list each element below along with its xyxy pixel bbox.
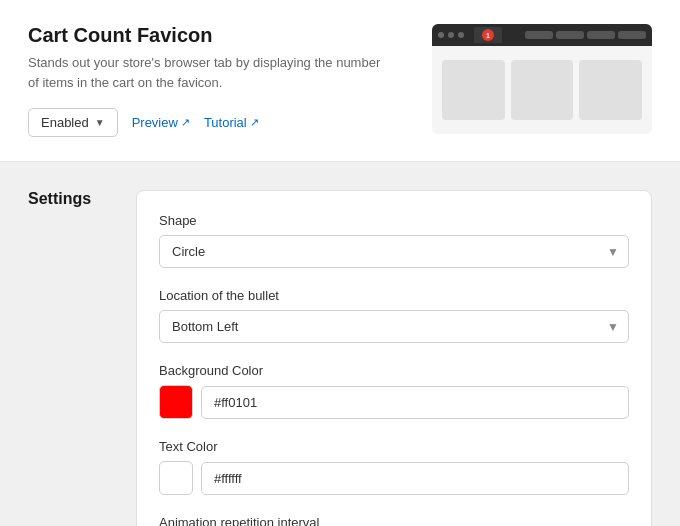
shape-label: Shape	[159, 213, 629, 228]
browser-dot-3	[458, 32, 464, 38]
bg-color-input[interactable]	[201, 386, 629, 419]
action-bar: Enabled ▼ Preview ↗ Tutorial ↗	[28, 108, 388, 137]
preview-block-1	[442, 60, 505, 120]
browser-dot-1	[438, 32, 444, 38]
browser-dot-2	[448, 32, 454, 38]
chevron-down-icon: ▼	[95, 117, 105, 128]
animation-field: Animation repetition interval Never Alwa…	[159, 515, 629, 526]
external-link-icon-2: ↗	[250, 116, 259, 129]
browser-bar: 1	[432, 24, 652, 46]
preview-link[interactable]: Preview ↗	[132, 115, 190, 130]
text-color-row	[159, 461, 629, 495]
top-card-left: Cart Count Favicon Stands out your store…	[28, 24, 388, 137]
external-link-icon: ↗	[181, 116, 190, 129]
bg-color-row	[159, 385, 629, 419]
text-color-label: Text Color	[159, 439, 629, 454]
favicon-badge: 1	[482, 29, 494, 41]
nav-pill-2	[556, 31, 584, 39]
page-title: Cart Count Favicon	[28, 24, 388, 47]
bg-color-label: Background Color	[159, 363, 629, 378]
preview-area: 1	[432, 24, 652, 134]
preview-block-2	[511, 60, 574, 120]
text-color-input[interactable]	[201, 462, 629, 495]
tutorial-label: Tutorial	[204, 115, 247, 130]
animation-label: Animation repetition interval	[159, 515, 629, 526]
preview-block-3	[579, 60, 642, 120]
location-field: Location of the bullet Bottom Left Botto…	[159, 288, 629, 343]
location-select[interactable]: Bottom Left Bottom Right Top Left Top Ri…	[159, 310, 629, 343]
text-color-field: Text Color	[159, 439, 629, 495]
text-color-swatch[interactable]	[159, 461, 193, 495]
settings-sidebar-label: Settings	[28, 190, 108, 208]
bg-color-swatch[interactable]	[159, 385, 193, 419]
bg-color-field: Background Color	[159, 363, 629, 419]
page-description: Stands out your store's browser tab by d…	[28, 53, 388, 92]
location-label: Location of the bullet	[159, 288, 629, 303]
nav-pill-3	[587, 31, 615, 39]
nav-pill-1	[525, 31, 553, 39]
shape-field: Shape Circle Square Rounded Square ▼	[159, 213, 629, 268]
shape-select-wrapper: Circle Square Rounded Square ▼	[159, 235, 629, 268]
preview-content	[432, 50, 652, 130]
preview-label: Preview	[132, 115, 178, 130]
settings-panel: Shape Circle Square Rounded Square ▼ Loc…	[136, 190, 652, 526]
location-select-wrapper: Bottom Left Bottom Right Top Left Top Ri…	[159, 310, 629, 343]
top-card: Cart Count Favicon Stands out your store…	[0, 0, 680, 162]
shape-select[interactable]: Circle Square Rounded Square	[159, 235, 629, 268]
tutorial-link[interactable]: Tutorial ↗	[204, 115, 259, 130]
enabled-label: Enabled	[41, 115, 89, 130]
main-content: Settings Shape Circle Square Rounded Squ…	[0, 162, 680, 526]
nav-pill-4	[618, 31, 646, 39]
nav-pills	[525, 31, 646, 39]
browser-tab: 1	[474, 27, 502, 43]
enabled-button[interactable]: Enabled ▼	[28, 108, 118, 137]
